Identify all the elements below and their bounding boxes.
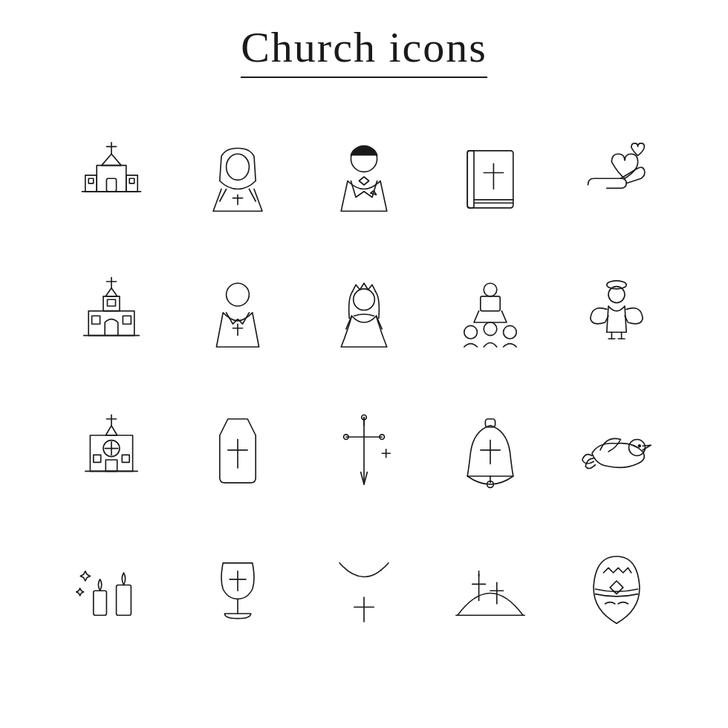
page-title: Church icons <box>241 22 487 78</box>
svg-marker-24 <box>105 287 117 296</box>
dove-icon <box>553 383 680 520</box>
svg-point-36 <box>484 283 497 296</box>
coffin-icon <box>175 383 301 520</box>
svg-rect-54 <box>122 455 129 462</box>
svg-point-31 <box>227 283 250 306</box>
svg-point-39 <box>504 325 517 339</box>
bible-icon <box>427 108 553 245</box>
svg-rect-26 <box>88 311 134 335</box>
svg-rect-6 <box>106 178 116 192</box>
svg-rect-35 <box>481 296 500 311</box>
svg-rect-29 <box>123 316 131 324</box>
bride-icon <box>301 245 427 383</box>
svg-rect-25 <box>103 296 120 311</box>
svg-point-40 <box>607 280 626 288</box>
svg-rect-55 <box>105 460 117 471</box>
svg-point-34 <box>354 288 375 310</box>
cross-decorative-icon <box>301 383 427 520</box>
svg-rect-75 <box>117 585 131 615</box>
svg-rect-7 <box>88 178 94 183</box>
svg-rect-8 <box>129 178 134 183</box>
nun-icon <box>175 108 301 245</box>
svg-rect-28 <box>92 316 100 324</box>
svg-rect-17 <box>467 150 474 207</box>
svg-marker-2 <box>102 154 121 165</box>
svg-marker-48 <box>105 425 117 435</box>
church-building-3-icon <box>48 383 175 520</box>
angel-icon <box>553 245 680 383</box>
svg-rect-53 <box>94 455 101 462</box>
candles-icon <box>48 520 175 657</box>
svg-rect-74 <box>94 591 107 615</box>
congregation-icon <box>427 245 553 383</box>
pastor-icon <box>175 245 301 383</box>
church-building-2-icon <box>48 245 175 383</box>
svg-point-37 <box>464 325 478 339</box>
svg-point-73 <box>638 444 641 447</box>
cross-necklace-icon <box>301 520 427 657</box>
priest-man-icon <box>301 108 427 245</box>
grave-icon <box>427 520 553 657</box>
church-bell-icon <box>427 383 553 520</box>
svg-point-10 <box>227 154 250 180</box>
easter-egg-icon <box>553 520 680 657</box>
chalice-icon <box>175 520 301 657</box>
charity-hearts-icon <box>553 108 680 245</box>
icons-grid <box>19 100 709 665</box>
svg-rect-27 <box>108 299 116 306</box>
svg-point-38 <box>484 322 497 336</box>
church-building-1-icon <box>48 108 175 245</box>
